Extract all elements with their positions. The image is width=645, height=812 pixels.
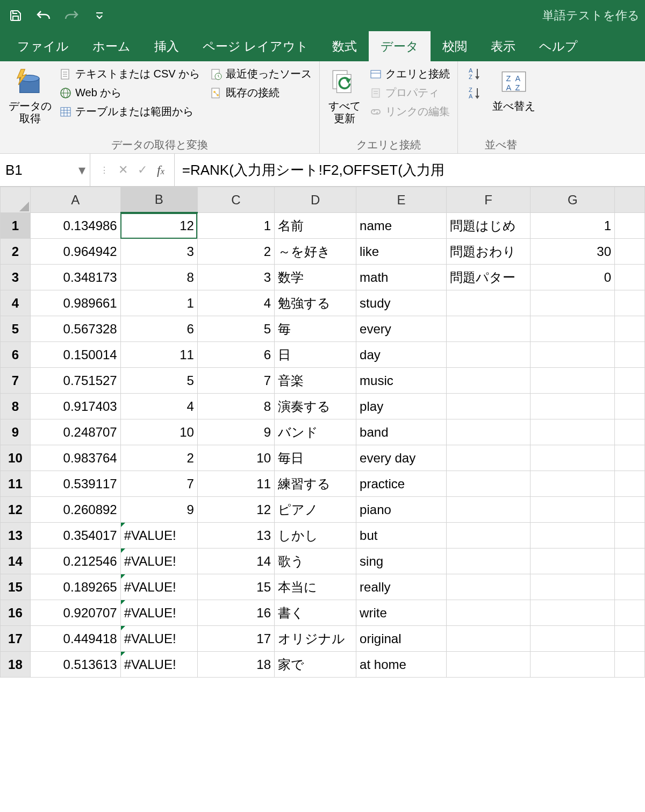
name-box[interactable]: B1 ▾ <box>0 154 90 186</box>
cell[interactable]: sing <box>356 549 447 574</box>
cell[interactable] <box>615 316 645 342</box>
cell[interactable]: 11 <box>197 471 274 497</box>
cell[interactable]: しかし <box>275 523 356 549</box>
cell[interactable]: practice <box>356 471 447 497</box>
cell[interactable]: 8 <box>197 394 274 419</box>
cell[interactable]: 歌う <box>275 549 356 574</box>
chevron-down-icon[interactable]: ▾ <box>78 162 85 179</box>
sort-button[interactable]: ZAAZ 並べ替え <box>489 65 539 137</box>
cell[interactable]: 0 <box>531 265 615 290</box>
cell[interactable]: 演奏する <box>275 394 356 419</box>
cell[interactable] <box>446 574 531 600</box>
cell[interactable]: 0.964942 <box>30 239 120 265</box>
cell[interactable]: 0.539117 <box>30 471 120 497</box>
cell[interactable]: at home <box>356 652 447 678</box>
existing-connections-button[interactable]: 既存の接続 <box>207 84 314 101</box>
col-header-A[interactable]: A <box>30 187 120 213</box>
cell[interactable]: 7 <box>120 471 197 497</box>
cell[interactable]: 数学 <box>275 265 356 290</box>
cell[interactable]: music <box>356 368 447 394</box>
col-header-extra[interactable] <box>615 187 645 213</box>
cell[interactable]: 0.449418 <box>30 626 120 652</box>
cell[interactable]: study <box>356 290 447 316</box>
cell[interactable]: 音楽 <box>275 368 356 394</box>
col-header-D[interactable]: D <box>275 187 356 213</box>
select-all-corner[interactable] <box>1 187 31 213</box>
cell[interactable]: every day <box>356 445 447 471</box>
tab-page-layout[interactable]: ページ レイアウト <box>191 31 320 61</box>
cell[interactable]: every <box>356 316 447 342</box>
tab-review[interactable]: 校閲 <box>431 31 479 61</box>
cell[interactable]: 0.751527 <box>30 368 120 394</box>
row-header[interactable]: 16 <box>1 600 31 626</box>
cell[interactable]: 問題はじめ <box>446 213 531 239</box>
cell[interactable] <box>446 549 531 574</box>
cell[interactable] <box>615 626 645 652</box>
cell[interactable]: 0.567328 <box>30 316 120 342</box>
cancel-icon[interactable]: ✕ <box>118 163 128 177</box>
cell[interactable] <box>531 523 615 549</box>
tab-help[interactable]: ヘルプ <box>527 31 590 61</box>
cell[interactable]: ピアノ <box>275 497 356 523</box>
col-header-B[interactable]: B <box>120 187 197 213</box>
cell[interactable]: 15 <box>197 574 274 600</box>
cell[interactable] <box>446 368 531 394</box>
tab-home[interactable]: ホーム <box>81 31 142 61</box>
cell[interactable]: 0.917403 <box>30 394 120 419</box>
cell[interactable]: 0.920707 <box>30 600 120 626</box>
cell[interactable]: day <box>356 342 447 368</box>
row-header[interactable]: 17 <box>1 626 31 652</box>
cell[interactable] <box>531 471 615 497</box>
cell[interactable]: 9 <box>120 497 197 523</box>
cell[interactable] <box>615 239 645 265</box>
cell[interactable]: 17 <box>197 626 274 652</box>
cell[interactable] <box>615 394 645 419</box>
cell[interactable] <box>615 652 645 678</box>
row-header[interactable]: 7 <box>1 368 31 394</box>
cell[interactable] <box>615 523 645 549</box>
cell[interactable]: 11 <box>120 342 197 368</box>
cell[interactable]: 0.134986 <box>30 213 120 239</box>
cell[interactable]: 5 <box>120 368 197 394</box>
redo-button[interactable] <box>61 5 82 26</box>
cell[interactable] <box>446 394 531 419</box>
row-header[interactable]: 6 <box>1 342 31 368</box>
cell[interactable]: 9 <box>197 419 274 445</box>
sort-desc-button[interactable]: ZA <box>468 86 482 100</box>
worksheet-grid[interactable]: A B C D E F G 10.134986121名前name問題はじめ120… <box>0 187 645 678</box>
cell[interactable]: 13 <box>197 523 274 549</box>
cell[interactable]: 書く <box>275 600 356 626</box>
cell[interactable] <box>446 342 531 368</box>
row-header[interactable]: 11 <box>1 471 31 497</box>
cell[interactable]: 勉強する <box>275 290 356 316</box>
from-table-button[interactable]: テーブルまたは範囲から <box>57 103 202 120</box>
cell[interactable]: original <box>356 626 447 652</box>
save-button[interactable] <box>5 5 26 26</box>
cell[interactable] <box>446 600 531 626</box>
cell[interactable] <box>531 419 615 445</box>
cell[interactable] <box>615 549 645 574</box>
cell[interactable]: 0.354017 <box>30 523 120 549</box>
row-header[interactable]: 14 <box>1 549 31 574</box>
recent-sources-button[interactable]: 最近使ったソース <box>207 66 314 82</box>
col-header-G[interactable]: G <box>531 187 615 213</box>
cell[interactable] <box>531 574 615 600</box>
cell[interactable]: 7 <box>197 368 274 394</box>
row-header[interactable]: 5 <box>1 316 31 342</box>
queries-connections-button[interactable]: クエリと接続 <box>367 66 452 82</box>
cell[interactable]: 0.248707 <box>30 419 120 445</box>
col-header-F[interactable]: F <box>446 187 531 213</box>
cell[interactable]: 4 <box>120 394 197 419</box>
cell[interactable]: 2 <box>120 445 197 471</box>
cell[interactable] <box>615 600 645 626</box>
cell[interactable] <box>531 445 615 471</box>
cell[interactable] <box>531 549 615 574</box>
cell[interactable]: 0.983764 <box>30 445 120 471</box>
cell[interactable]: オリジナル <box>275 626 356 652</box>
cell[interactable] <box>446 471 531 497</box>
cell[interactable]: 1 <box>531 213 615 239</box>
row-header[interactable]: 9 <box>1 419 31 445</box>
cell[interactable]: 6 <box>197 342 274 368</box>
customize-qat-button[interactable] <box>89 5 110 26</box>
cell[interactable] <box>531 497 615 523</box>
